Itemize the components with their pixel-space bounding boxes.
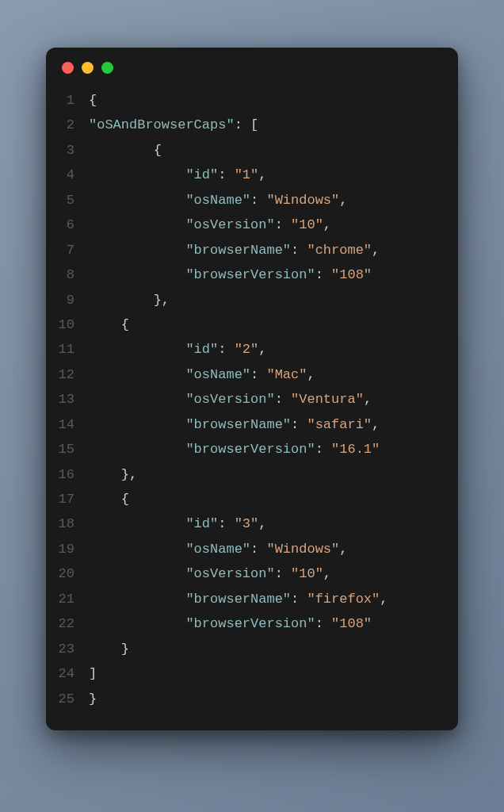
- code-line[interactable]: "browserVersion": "108": [89, 611, 442, 636]
- line-number: 8: [57, 262, 74, 287]
- line-number: 25: [57, 687, 74, 711]
- code-line[interactable]: "oSAndBrowserCaps": [: [89, 113, 442, 137]
- line-number: 5: [57, 188, 74, 213]
- line-number: 3: [57, 138, 74, 163]
- code-line[interactable]: "osName": "Mac",: [89, 362, 442, 387]
- code-line[interactable]: "browserName": "safari",: [89, 412, 442, 437]
- line-number: 11: [57, 337, 74, 362]
- code-area[interactable]: 1234567891011121314151617181920212223242…: [46, 80, 458, 730]
- code-line[interactable]: "osName": "Windows",: [89, 188, 442, 213]
- line-number: 1: [57, 88, 74, 113]
- line-number: 2: [57, 113, 74, 137]
- code-line[interactable]: "id": "2",: [89, 337, 442, 362]
- minimize-icon[interactable]: [82, 62, 94, 74]
- code-line[interactable]: {: [89, 138, 442, 163]
- code-line[interactable]: "id": "1",: [89, 163, 442, 187]
- line-number: 17: [57, 487, 74, 511]
- line-number: 22: [57, 611, 74, 636]
- code-line[interactable]: "osVersion": "10",: [89, 561, 442, 586]
- line-number: 16: [57, 462, 74, 487]
- code-editor-window: 1234567891011121314151617181920212223242…: [46, 48, 458, 730]
- line-number: 4: [57, 163, 74, 187]
- code-line[interactable]: {: [89, 88, 442, 113]
- line-number: 14: [57, 412, 74, 437]
- line-number: 10: [57, 312, 74, 337]
- code-content[interactable]: {"oSAndBrowserCaps": [ { "id": "1", "osN…: [89, 88, 458, 711]
- code-line[interactable]: }: [89, 637, 442, 661]
- line-number: 15: [57, 437, 74, 462]
- line-number: 6: [57, 213, 74, 237]
- line-number: 13: [57, 387, 74, 412]
- code-line[interactable]: "osVersion": "10",: [89, 213, 442, 237]
- code-line[interactable]: },: [89, 288, 442, 312]
- line-number: 19: [57, 537, 74, 561]
- line-number: 24: [57, 661, 74, 686]
- line-number: 9: [57, 288, 74, 312]
- line-number: 18: [57, 511, 74, 536]
- code-line[interactable]: "osName": "Windows",: [89, 537, 442, 561]
- code-line[interactable]: "browserVersion": "16.1": [89, 437, 442, 462]
- code-line[interactable]: {: [89, 487, 442, 511]
- line-number: 21: [57, 587, 74, 611]
- close-icon[interactable]: [62, 62, 74, 74]
- code-line[interactable]: "osVersion": "Ventura",: [89, 387, 442, 412]
- line-number: 20: [57, 561, 74, 586]
- maximize-icon[interactable]: [101, 62, 113, 74]
- line-number: 7: [57, 238, 74, 262]
- code-line[interactable]: },: [89, 462, 442, 487]
- code-line[interactable]: "browserVersion": "108": [89, 262, 442, 287]
- line-number: 12: [57, 362, 74, 387]
- title-bar: [46, 48, 458, 80]
- code-line[interactable]: }: [89, 687, 442, 711]
- line-number: 23: [57, 637, 74, 661]
- code-line[interactable]: "browserName": "firefox",: [89, 587, 442, 611]
- gutter: 1234567891011121314151617181920212223242…: [46, 88, 89, 711]
- code-line[interactable]: "id": "3",: [89, 511, 442, 536]
- code-line[interactable]: {: [89, 312, 442, 337]
- code-line[interactable]: ]: [89, 661, 442, 686]
- code-line[interactable]: "browserName": "chrome",: [89, 238, 442, 262]
